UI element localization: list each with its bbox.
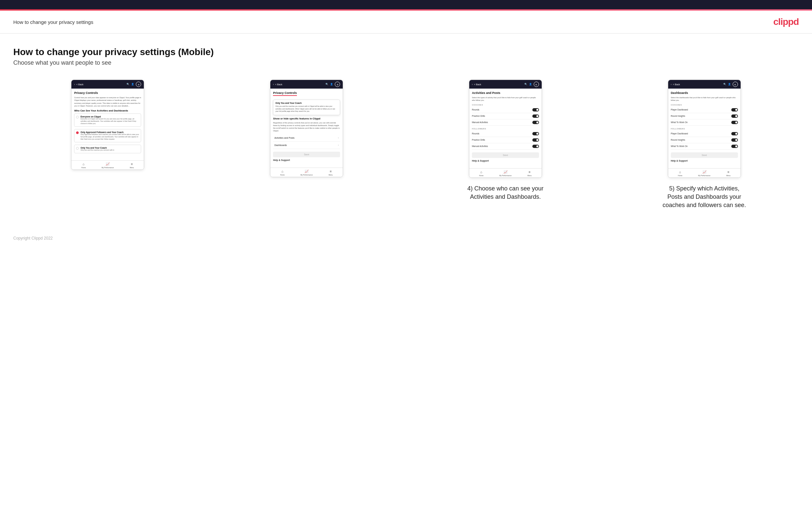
toggle-coaches-rounds[interactable]: Rounds xyxy=(472,107,539,113)
followers-label-3: FOLLOWERS xyxy=(472,128,539,130)
home-icon-4: ⌂ xyxy=(679,170,681,174)
screen4-section-desc: Select the dashboards that you'd like to… xyxy=(671,96,738,102)
profile-icon-2[interactable]: 👤 xyxy=(330,83,333,86)
home-icon-3: ⌂ xyxy=(480,170,482,174)
save-button-4[interactable]: Save xyxy=(671,152,738,158)
screen3-section-title: Activities and Posts xyxy=(472,91,539,95)
coaches-label-4: COACHES xyxy=(671,104,738,106)
menu-dot-3[interactable]: ⊕ xyxy=(534,81,539,87)
toggle-coaches-drills[interactable]: Practice Drills xyxy=(472,113,539,119)
radio-text-you-coach: Only You and Your Coach Only you and the… xyxy=(81,147,114,151)
toggle-followers-round-insights[interactable]: Round Insights xyxy=(671,137,738,143)
nav-home-1[interactable]: ⌂ Home xyxy=(71,162,96,169)
phone-group-2: ‹ < Back 🔍 👤 ⊕ Privacy Controls xyxy=(212,79,401,184)
screen2-tab[interactable]: Privacy Controls xyxy=(273,91,297,96)
menu-label-2: Menu xyxy=(329,174,333,176)
nav-menu-2[interactable]: ≡ Menu xyxy=(318,170,343,176)
popup-desc: Only you and the coaches you connect wit… xyxy=(275,105,338,113)
profile-icon-3[interactable]: 👤 xyxy=(529,83,532,86)
nav-home-2[interactable]: ⌂ Home xyxy=(270,170,295,176)
back-button-3[interactable]: ‹ < Back xyxy=(472,83,481,86)
menu-label-3: Menu xyxy=(527,174,532,176)
toggle-label-coaches-manual: Manual Activities xyxy=(472,121,488,123)
back-chevron-1: ‹ xyxy=(74,83,75,86)
toggle-followers-player-dash[interactable]: Player Dashboard xyxy=(671,131,738,137)
header: How to change your privacy settings clip… xyxy=(0,11,812,34)
toggle-coaches-what-to-work[interactable]: What To Work On xyxy=(671,119,738,126)
search-icon-3[interactable]: 🔍 xyxy=(524,83,527,86)
radio-option-approved[interactable]: Only Approved Followers and Your Coach O… xyxy=(74,129,141,143)
toggle-switch-coaches-rounds[interactable] xyxy=(532,108,539,111)
toggle-coaches-manual[interactable]: Manual Activities xyxy=(472,119,539,126)
toggle-label-coaches-rounds: Rounds xyxy=(472,109,479,111)
performance-label-3: My Performance xyxy=(500,174,512,176)
toggle-switch-coaches-round-insights[interactable] xyxy=(731,114,738,118)
main-content: How to change your privacy settings (Mob… xyxy=(0,34,812,229)
toggle-followers-rounds[interactable]: Rounds xyxy=(472,131,539,137)
toggle-followers-manual[interactable]: Manual Activities xyxy=(472,143,539,150)
help-support-4: Help & Support xyxy=(671,158,738,164)
toggle-switch-followers-drills[interactable] xyxy=(532,138,539,142)
nav-menu-1[interactable]: ≡ Menu xyxy=(120,162,144,169)
profile-icon-4[interactable]: 👤 xyxy=(728,83,731,86)
nav-performance-3[interactable]: 📈 My Performance xyxy=(494,170,518,176)
back-button-1[interactable]: ‹ < Back xyxy=(74,83,83,86)
back-button-2[interactable]: ‹ < Back xyxy=(273,83,282,86)
phone-bottom-nav-1: ⌂ Home 📈 My Performance ≡ Menu xyxy=(71,160,144,170)
popup-title: Only You and Your Coach xyxy=(275,102,338,104)
performance-label-1: My Performance xyxy=(102,167,114,169)
arrow-row-dashboards[interactable]: Dashboards › xyxy=(273,142,340,149)
toggle-switch-followers-player-dash[interactable] xyxy=(731,132,738,135)
home-label-1: Home xyxy=(81,167,86,169)
menu-dot-2[interactable]: ⊕ xyxy=(335,81,340,87)
toggle-switch-coaches-manual[interactable] xyxy=(532,121,539,124)
coaches-label-3: COACHES xyxy=(472,104,539,106)
search-icon-1[interactable]: 🔍 xyxy=(126,83,130,86)
phone-bottom-nav-2: ⌂ Home 📈 My Performance ≡ Menu xyxy=(270,168,343,177)
phone-topbar-4: ‹ < Back 🔍 👤 ⊕ xyxy=(668,80,741,89)
arrow-row-activities[interactable]: Activities and Posts › xyxy=(273,134,340,142)
back-chevron-3: ‹ xyxy=(472,83,472,86)
nav-menu-4[interactable]: ≡ Menu xyxy=(716,170,741,176)
page-heading: How to change your privacy settings (Mob… xyxy=(13,47,799,57)
toggle-switch-coaches-player-dash[interactable] xyxy=(731,108,738,111)
menu-label-1: Menu xyxy=(130,167,134,169)
phone-body-1: Privacy Controls Control how you and you… xyxy=(71,89,144,158)
toggle-switch-followers-what-to-work[interactable] xyxy=(731,145,738,148)
nav-performance-4[interactable]: 📈 My Performance xyxy=(692,170,716,176)
save-button-2[interactable]: Save xyxy=(273,152,340,157)
nav-home-4[interactable]: ⌂ Home xyxy=(668,170,693,176)
toggle-followers-drills[interactable]: Practice Drills xyxy=(472,137,539,143)
phone-mock-3: ‹ < Back 🔍 👤 ⊕ Activities and Posts Sele… xyxy=(469,79,542,178)
search-icon-4[interactable]: 🔍 xyxy=(723,83,726,86)
toggle-coaches-round-insights[interactable]: Round Insights xyxy=(671,113,738,119)
toggle-switch-followers-round-insights[interactable] xyxy=(731,138,738,142)
nav-home-3[interactable]: ⌂ Home xyxy=(469,170,494,176)
back-label-2: < Back xyxy=(275,83,282,86)
save-button-3[interactable]: Save xyxy=(472,152,539,158)
toggle-switch-coaches-what-to-work[interactable] xyxy=(731,121,738,124)
profile-icon-1[interactable]: 👤 xyxy=(131,83,134,86)
phone-group-3: ‹ < Back 🔍 👤 ⊕ Activities and Posts Sele… xyxy=(411,79,600,201)
back-label-1: < Back xyxy=(77,83,84,86)
toggle-switch-followers-rounds[interactable] xyxy=(532,132,539,135)
phone-bottom-nav-4: ⌂ Home 📈 My Performance ≡ Menu xyxy=(668,168,741,177)
nav-performance-2[interactable]: 📈 My Performance xyxy=(295,170,319,176)
menu-dot-1[interactable]: ⊕ xyxy=(136,81,141,87)
toggle-switch-followers-manual[interactable] xyxy=(532,145,539,148)
radio-option-you-coach[interactable]: Only You and Your Coach Only you and the… xyxy=(74,145,141,153)
screen2-show-hide-desc: Regardless of the privacy controls that … xyxy=(273,121,340,132)
radio-option-everyone[interactable]: Everyone on Clippd Everyone on Clippd ca… xyxy=(74,113,141,127)
nav-performance-1[interactable]: 📈 My Performance xyxy=(96,162,120,169)
topbar-icons-3: 🔍 👤 ⊕ xyxy=(524,81,539,87)
menu-icon-2: ≡ xyxy=(330,170,332,173)
toggle-followers-what-to-work[interactable]: What To Work On xyxy=(671,143,738,150)
menu-icon-4: ≡ xyxy=(727,170,729,174)
search-icon-2[interactable]: 🔍 xyxy=(325,83,328,86)
toggle-switch-coaches-drills[interactable] xyxy=(532,114,539,118)
toggle-label-followers-drills: Practice Drills xyxy=(472,139,485,141)
toggle-coaches-player-dash[interactable]: Player Dashboard xyxy=(671,107,738,113)
nav-menu-3[interactable]: ≡ Menu xyxy=(517,170,542,176)
menu-dot-4[interactable]: ⊕ xyxy=(732,81,738,87)
back-button-4[interactable]: ‹ < Back xyxy=(671,83,680,86)
